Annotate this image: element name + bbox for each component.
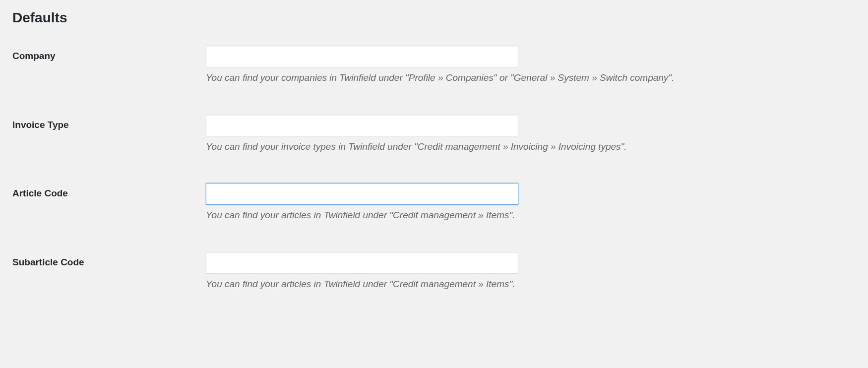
section-heading: Defaults <box>12 10 858 26</box>
company-input[interactable] <box>206 46 518 67</box>
invoice-type-input[interactable] <box>206 115 518 136</box>
subarticle-code-description: You can find your articles in Twinfield … <box>206 278 858 291</box>
company-description: You can find your companies in Twinfield… <box>206 71 858 85</box>
form-row-subarticle-code: Subarticle Code You can find your articl… <box>10 252 858 291</box>
invoice-type-label: Invoice Type <box>10 115 206 130</box>
article-code-description: You can find your articles in Twinfield … <box>206 209 858 222</box>
form-row-company: Company You can find your companies in T… <box>10 46 858 85</box>
invoice-type-description: You can find your invoice types in Twinf… <box>206 140 858 154</box>
company-label: Company <box>10 46 206 61</box>
company-field-wrapper: You can find your companies in Twinfield… <box>206 46 858 85</box>
article-code-field-wrapper: You can find your articles in Twinfield … <box>206 183 858 222</box>
subarticle-code-input[interactable] <box>206 252 518 274</box>
defaults-form: Company You can find your companies in T… <box>10 46 858 291</box>
article-code-label: Article Code <box>10 183 206 199</box>
invoice-type-field-wrapper: You can find your invoice types in Twinf… <box>206 115 858 154</box>
form-row-article-code: Article Code You can find your articles … <box>10 183 858 222</box>
article-code-input[interactable] <box>206 183 518 205</box>
form-row-invoice-type: Invoice Type You can find your invoice t… <box>10 115 858 154</box>
subarticle-code-label: Subarticle Code <box>10 252 206 268</box>
subarticle-code-field-wrapper: You can find your articles in Twinfield … <box>206 252 858 291</box>
